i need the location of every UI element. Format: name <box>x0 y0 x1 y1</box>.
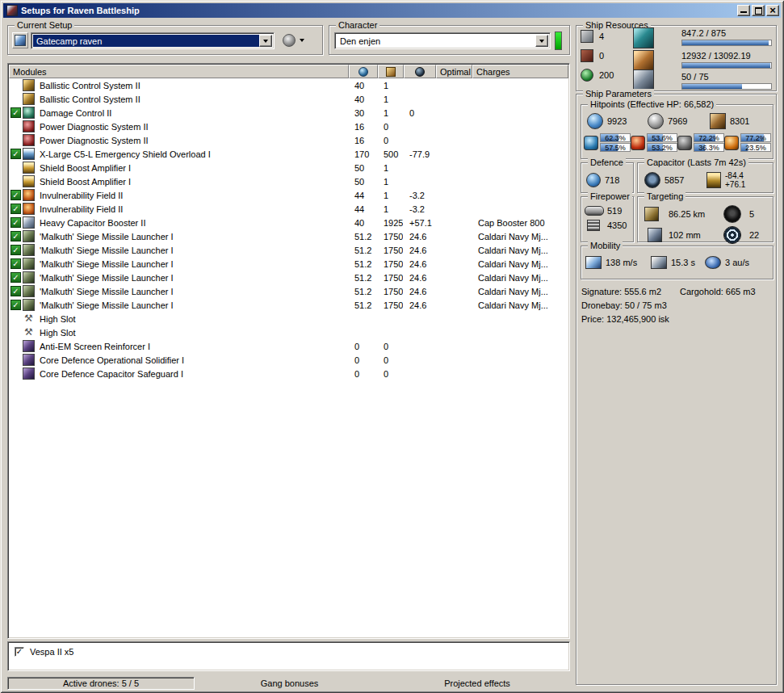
module-name: 'Malkuth' Siege Missile Launcher I <box>38 273 348 283</box>
active-drones-tab[interactable]: Active drones: 5 / 5 <box>7 677 195 690</box>
column-header-powergrid[interactable] <box>378 65 404 78</box>
shield-resist-value: 53.6% <box>648 134 677 141</box>
module-row[interactable]: Core Defence Operational Solidifier I 0 … <box>8 353 569 367</box>
maximize-button[interactable] <box>752 5 765 16</box>
module-row[interactable]: Damage Control II 30 1 0 <box>8 106 569 120</box>
module-row[interactable]: 'Malkuth' Siege Missile Launcher I 51.2 … <box>8 298 569 312</box>
missile-launcher-icon <box>23 244 35 256</box>
module-row[interactable]: Shield Boost Amplifier I 50 1 <box>8 161 569 174</box>
gang-bonuses-label: Gang bonuses <box>261 678 319 688</box>
app-icon <box>6 5 18 16</box>
character-select-dropdown-button[interactable] <box>535 35 548 47</box>
setup-options-button[interactable] <box>279 32 308 48</box>
maximize-icon <box>755 7 762 15</box>
invulnerability-field-icon <box>23 203 35 215</box>
module-active-check <box>10 162 21 173</box>
minimize-button[interactable] <box>737 5 750 16</box>
module-active-check <box>10 204 21 214</box>
module-active-check <box>10 176 21 187</box>
price-text: Price: 132,465,900 isk <box>581 314 669 324</box>
drone-row[interactable]: Vespa II x5 <box>8 645 569 658</box>
module-name: Invulnerability Field II <box>38 191 348 200</box>
scan-resolution-icon <box>648 228 662 242</box>
character-label: Character <box>336 20 379 30</box>
module-active-check <box>10 94 21 104</box>
module-cpu-value: 16 <box>348 136 377 145</box>
shield-hp-value: 9923 <box>607 116 643 126</box>
module-row[interactable]: Power Diagnostic System II 16 0 <box>8 133 569 147</box>
gear-icon <box>283 34 296 47</box>
module-row[interactable]: High Slot <box>8 326 569 339</box>
setup-browser-button[interactable] <box>12 32 28 48</box>
shield-resist-value: 77.2% <box>741 134 770 141</box>
module-row[interactable]: High Slot <box>8 312 569 326</box>
modules-list: Modules Optimal Charges Ballistic Contro… <box>7 63 570 639</box>
module-row[interactable]: Ballistic Control System II 40 1 <box>8 92 569 106</box>
module-row[interactable]: X-Large C5-L Emergency Shield Overload I… <box>8 147 569 161</box>
character-select[interactable]: Den enjen <box>334 32 551 49</box>
module-active-check <box>10 135 21 145</box>
window-title: Setups for Raven Battleship <box>21 6 736 15</box>
explosive-resist-icon <box>724 136 739 150</box>
module-row[interactable]: Invulnerability Field II 44 1 -3.2 <box>8 202 569 216</box>
column-header-cpu[interactable] <box>349 65 378 78</box>
module-row[interactable]: Anti-EM Screen Reinforcer I 0 0 <box>8 339 569 353</box>
module-row[interactable]: Core Defence Capacitor Safeguard I 0 0 <box>8 367 569 380</box>
projected-effects-tab[interactable]: Projected effects <box>384 677 570 690</box>
column-header-charges[interactable]: Charges <box>472 65 568 78</box>
column-header-modules[interactable]: Modules <box>9 65 349 78</box>
module-row[interactable]: Invulnerability Field II 44 1 -3.2 <box>8 188 569 202</box>
module-cpu-value: 51.2 <box>348 273 377 283</box>
powergrid-usage-fill <box>682 63 770 68</box>
optimal-header-label: Optimal <box>440 67 471 77</box>
module-pg-value: 1750 <box>377 300 403 310</box>
setup-select-dropdown-button[interactable] <box>259 35 272 47</box>
module-cpu-value: 0 <box>348 369 377 379</box>
module-name: Ballistic Control System II <box>38 81 348 90</box>
module-charges-value: Cap Booster 800 <box>472 218 569 228</box>
shield-resist-value: 62.3% <box>601 134 630 141</box>
shield-resist-bar: 53.6% <box>647 133 677 142</box>
max-targets-icon <box>723 205 741 223</box>
module-pg-value: 1750 <box>377 232 403 242</box>
setup-select[interactable]: Gatecamp raven <box>31 32 275 49</box>
module-row[interactable]: 'Malkuth' Siege Missile Launcher I 51.2 … <box>8 257 569 271</box>
module-cap-value: 24.6 <box>403 259 435 269</box>
module-row[interactable]: 'Malkuth' Siege Missile Launcher I 51.2 … <box>8 271 569 284</box>
module-active-check <box>10 368 21 379</box>
module-row[interactable]: 'Malkuth' Siege Missile Launcher I 51.2 … <box>8 229 569 243</box>
column-header-optimal[interactable]: Optimal <box>436 65 472 78</box>
resist-cell: 53.6% 53.2% <box>631 133 677 152</box>
launcher-hardpoint-icon <box>581 49 593 62</box>
module-row[interactable]: Ballistic Control System II 40 1 <box>8 78 569 92</box>
module-cpu-value: 16 <box>348 122 377 132</box>
module-active-check <box>10 217 21 228</box>
minimize-icon <box>740 11 747 13</box>
close-button[interactable] <box>766 5 779 16</box>
module-active-check <box>10 107 21 118</box>
current-setup-group: Current Setup Gatecamp raven <box>7 25 323 55</box>
module-row[interactable]: Shield Boost Amplifier I 50 1 <box>8 174 569 188</box>
cpu-icon <box>358 67 368 77</box>
module-pg-value: 1 <box>377 163 403 173</box>
module-row[interactable]: Heavy Capacitor Booster II 40 1925 +57.1… <box>8 216 569 229</box>
module-row[interactable]: Power Diagnostic System II 16 0 <box>8 120 569 133</box>
module-row[interactable]: 'Malkuth' Siege Missile Launcher I 51.2 … <box>8 243 569 257</box>
resist-bars: 62.3% 57.5% <box>600 133 631 152</box>
module-row[interactable]: 'Malkuth' Siege Missile Launcher I 51.2 … <box>8 284 569 298</box>
resist-bars: 77.2% 23.5% <box>740 133 771 152</box>
launcher-hardpoints-value: 0 <box>599 51 604 61</box>
dronebay-usage-fill <box>682 84 742 89</box>
hitpoints-label: Hitpoints (Effective HP: 66,582) <box>588 99 716 109</box>
ballistic-control-icon <box>23 79 35 91</box>
firepower-box: Firepower 519 4350 <box>581 196 634 242</box>
drone-checkbox[interactable] <box>15 647 24 657</box>
hitpoints-box: Hitpoints (Effective HP: 66,582) 9923 79… <box>581 104 774 159</box>
module-active-check <box>10 286 21 296</box>
module-cpu-value: 51.2 <box>348 259 377 269</box>
shield-booster-icon <box>23 148 35 160</box>
armor-resist-value: 53.2% <box>648 144 677 151</box>
modules-header-label: Modules <box>13 67 47 77</box>
column-header-capacitor[interactable] <box>404 65 436 78</box>
gang-bonuses-tab[interactable]: Gang bonuses <box>195 677 384 690</box>
